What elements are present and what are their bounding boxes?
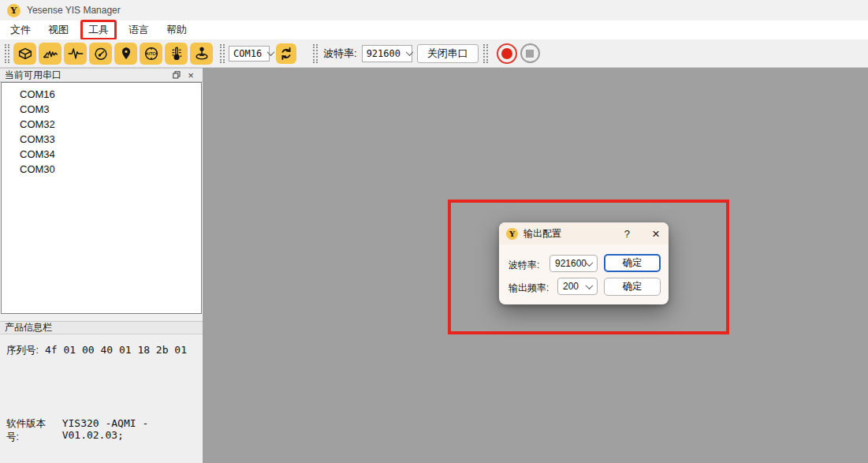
chevron-down-icon	[267, 48, 275, 56]
menu-help[interactable]: 帮助	[159, 21, 194, 39]
record-button[interactable]	[497, 43, 517, 64]
baud-rate-select[interactable]: 921600	[362, 45, 412, 62]
ports-panel-title: 当前可用串口	[5, 69, 61, 82]
frequency-confirm-button[interactable]: 确定	[604, 278, 661, 296]
menubar: 文件 视图 工具 语言 帮助	[0, 21, 868, 39]
window-titlebar: Y Yesense YIS Manager	[0, 0, 868, 21]
record-icon	[501, 48, 512, 59]
serial-number-label: 序列号:	[6, 344, 39, 357]
port-list-item[interactable]: COM3	[2, 102, 201, 117]
refresh-ports-button[interactable]	[276, 43, 296, 64]
product-info-title: 产品信息栏	[5, 321, 52, 334]
dialog-frequency-select[interactable]: 200	[557, 278, 598, 295]
temperature-icon[interactable]	[165, 43, 188, 65]
stop-icon	[526, 50, 534, 58]
window-title: Yesense YIS Manager	[27, 5, 121, 16]
ports-panel-header: 当前可用串口 ×	[0, 68, 203, 82]
software-version-row: 软件版本号: YIS320 -AQMI -V01.02.03;	[6, 417, 203, 444]
toolbar-drag-handle[interactable]	[220, 44, 225, 63]
dialog-frequency-label: 输出频率:	[509, 282, 549, 295]
com-port-select[interactable]: COM16	[229, 46, 270, 62]
baud-rate-label: 波特率:	[323, 47, 357, 61]
joystick-icon[interactable]	[190, 43, 213, 65]
close-panel-icon[interactable]: ×	[184, 69, 198, 81]
software-version-label: 软件版本号:	[6, 417, 56, 444]
float-panel-icon[interactable]	[170, 69, 184, 81]
menu-language[interactable]: 语言	[121, 21, 156, 39]
main-workspace: Y 输出配置 ? × 波特率: 921600 确定 输出频率: 200 确定	[203, 68, 868, 463]
attitude-wave-icon[interactable]	[39, 43, 61, 65]
toolbar-drag-handle[interactable]	[313, 44, 318, 63]
chevron-down-icon	[586, 282, 594, 289]
dialog-help-button[interactable]: ?	[624, 228, 630, 240]
output-config-dialog: Y 输出配置 ? × 波特率: 921600 确定 输出频率: 200 确定	[499, 222, 669, 304]
refresh-icon	[278, 46, 294, 62]
stop-button[interactable]	[520, 43, 540, 63]
port-list-item[interactable]: COM30	[2, 162, 201, 177]
location-icon[interactable]	[114, 43, 137, 65]
svg-text:UTC: UTC	[147, 50, 155, 55]
toolbar-drag-handle[interactable]	[5, 44, 9, 63]
software-version-value: YIS320 -AQMI -V01.02.03;	[62, 417, 203, 441]
waveform-icon[interactable]	[64, 43, 87, 65]
menu-file[interactable]: 文件	[3, 21, 38, 39]
menu-view[interactable]: 视图	[41, 21, 76, 39]
toolbar-drag-handle[interactable]	[483, 44, 488, 63]
toolbar: UTC COM16 波特率: 921600 关闭串口	[0, 39, 868, 68]
3d-model-icon[interactable]	[13, 43, 36, 65]
serial-number-value: 4f 01 00 40 01 18 2b 01	[45, 344, 187, 356]
gauge-icon[interactable]	[89, 43, 112, 65]
menu-tools[interactable]: 工具	[80, 20, 117, 40]
dialog-title: 输出配置	[523, 227, 561, 241]
port-list-item[interactable]: COM33	[2, 132, 201, 147]
chevron-down-icon	[406, 48, 414, 56]
product-info-header: 产品信息栏	[0, 321, 203, 334]
dialog-close-icon[interactable]: ×	[650, 227, 661, 241]
serial-number-row: 序列号: 4f 01 00 40 01 18 2b 01	[6, 344, 187, 357]
utc-clock-icon[interactable]: UTC	[140, 43, 162, 65]
app-logo-icon: Y	[7, 4, 20, 17]
baud-confirm-button[interactable]: 确定	[604, 254, 661, 272]
serial-ports-dock: 当前可用串口 × COM16 COM3 COM32 COM33 COM34 CO…	[0, 68, 203, 463]
app-logo-icon: Y	[506, 228, 518, 240]
port-list-item[interactable]: COM16	[2, 87, 201, 102]
port-list-item[interactable]: COM32	[2, 117, 201, 132]
dialog-titlebar: Y 输出配置 ? ×	[499, 222, 669, 245]
dialog-baud-select[interactable]: 921600	[549, 255, 598, 272]
dialog-baud-label: 波特率:	[509, 259, 539, 272]
close-serial-port-button[interactable]: 关闭串口	[417, 44, 479, 63]
port-list-item[interactable]: COM34	[2, 147, 201, 162]
available-ports-list: COM16 COM3 COM32 COM33 COM34 COM30	[1, 82, 202, 314]
chevron-down-icon	[586, 259, 594, 267]
